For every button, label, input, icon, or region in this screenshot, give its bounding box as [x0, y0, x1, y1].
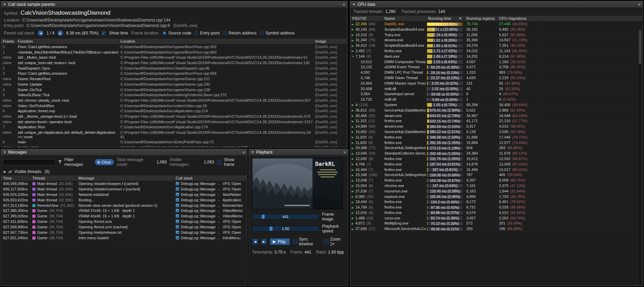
cpu-row[interactable]: ▶23,348(106) ServiceHub.SettingsHost.exe… [350, 172, 643, 178]
message-row[interactable]: 627,831,246ns Game(36,704) Intro menu lo… [1, 235, 247, 241]
message-row[interactable]: 627,399,326ns Game(36,704) VRAM 43x45: 1… [1, 214, 247, 219]
collapse-icon[interactable]: ▼ [3, 150, 6, 154]
cpu-row[interactable]: ▶2,492(7) firefox.exe 1.71 s (7.42%) 24,… [350, 48, 643, 54]
message-callstack[interactable]: DebugLog::MessageVFS::Open [174, 187, 247, 192]
radio-icon[interactable] [194, 31, 199, 35]
cpu-row[interactable]: 4,092 DWM LPC Port Thread 29.16 ms (0.13… [350, 70, 643, 75]
expand-icon[interactable]: ▶ [352, 146, 355, 151]
frame-function[interactable]: std::unique_ptr<Application,std::default… [16, 130, 119, 140]
callstack-row[interactable]: inline std::_Atomic_storage<bool,1>::loa… [1, 114, 347, 119]
cpu-row[interactable]: ▶4,768(7) firefox.exe 187.54 ms (0.81%) … [350, 162, 643, 167]
callstack-row[interactable]: inline std::unique_lock<std::mutex>::loc… [1, 60, 347, 66]
col-pid-tid[interactable]: PID/TID [350, 16, 382, 21]
frame-function[interactable]: Game::RenderFloor [16, 76, 119, 82]
collapse-icon[interactable]: ▼ [352, 3, 355, 6]
expand-icon[interactable]: ▶ [352, 114, 355, 118]
entry-point-path[interactable]: C:\Users\wolf\Desktop\darkrl\src\game\vi… [27, 23, 170, 28]
frame-function[interactable]: Application::Run [16, 125, 119, 130]
callstack-row[interactable]: 1 <lambda_84a19dc444fae966ca174e83e708bd… [1, 50, 347, 55]
frame-function[interactable]: Video::GetTicksHiRes [16, 103, 119, 109]
frame-slider[interactable]: 441 [252, 214, 319, 219]
frame-location[interactable]: C:\Users\wolf\Desktop\darkrl\src\game\fl… [119, 50, 313, 55]
cpu-row[interactable]: 3,748 DWM Token Thread 23.37 ms (0.10%) … [350, 75, 643, 81]
frame-function[interactable]: invoke_main [16, 145, 119, 147]
expand-icon[interactable]: ▶ [4, 170, 6, 173]
message-callstack[interactable]: DebugLog::MessageIntroMenu:: [174, 235, 247, 241]
expand-icon[interactable]: ▶ [352, 200, 355, 205]
frame-function[interactable]: Game::Update [16, 82, 119, 87]
clear-button[interactable]: ⊗ Clear [95, 159, 114, 165]
step-forward-button[interactable]: ▶ [261, 239, 267, 245]
frame-location[interactable]: C:\Program Files (x86)\Microsoft Visual … [119, 60, 313, 66]
cpu-row[interactable]: ▶22,396(49) DarkRL.exe 2.79 s (12.06%) 7… [350, 21, 643, 27]
cpu-row[interactable]: ▶13,044(10) StandardCollector.Service.ex… [350, 151, 643, 156]
cpu-row[interactable]: 20,508 ntdll.dll 1.01 ms (0.00%) 40 25(6… [350, 86, 643, 92]
callstack-row[interactable]: 8 main C:\Users\wolf\Desktop\darkrl\src\… [1, 140, 347, 145]
message-row[interactable]: 627,313,190ns RemoteView(31,392) Remote … [1, 203, 247, 209]
cpu-row[interactable]: ▶27,696(17) Microsoft.ServiceHub.Control… [350, 226, 643, 232]
callstack-row[interactable]: 2 TaskDispatch::Sync C:\Users\wolf\Deskt… [1, 66, 347, 71]
cpu-row[interactable]: ▶14,784(5) firefox.exe 97.95 ms (0.42%) … [350, 205, 643, 210]
visible-threads-row[interactable]: ▶ ⇄ Visible threads: (5) [1, 169, 247, 175]
callstack-row[interactable]: 4 Game::OnTick C:\Users\wolf\Desktop\dar… [1, 87, 347, 93]
frame-location[interactable]: C:\Program Files (x86)\Microsoft Visual … [119, 55, 313, 60]
callstack-row[interactable]: inline invoke_main d:\agent\_work\63\s\s… [1, 145, 347, 147]
expand-icon[interactable]: ▶ [352, 49, 355, 54]
callstack-row[interactable]: 6 Application::InnerLoop C:\Users\wolf\D… [1, 109, 347, 114]
cpu-row[interactable]: 13,732 ntdll.dll 5.84 us (0.00%) 1 0(0.0… [350, 97, 643, 102]
message-callstack[interactable]: DebugLog::MessageVideoMemo [174, 208, 247, 214]
messages-titlebar[interactable]: ▼ Messages × [1, 149, 247, 156]
frame-location[interactable]: C:\Users\wolf\Desktop\darkrl\src\game\fl… [119, 71, 313, 76]
cpu-row[interactable]: 3,564 GameInput server 69.68 us (0.00%) … [350, 91, 643, 97]
expand-icon[interactable]: ▶ [352, 44, 355, 48]
prev-parent-button[interactable]: ◀ [38, 30, 43, 36]
callstack-row[interactable]: inline std::atomic<bool>::operator bool … [1, 119, 347, 125]
message-row[interactable]: 626,024,328ns Main thread(31,596) Networ… [1, 192, 247, 198]
show-frame-checkbox[interactable] [217, 160, 221, 164]
expand-icon[interactable]: ▶ [352, 152, 355, 156]
cpu-row[interactable]: ▶13,048(7) firefox.exe 154.28 ms (0.67%)… [350, 178, 643, 183]
message-row[interactable]: 627,380,356ns Game(36,704) VRAM 37x45: 1… [1, 208, 247, 214]
frame-function[interactable]: Game::OnTick [16, 87, 119, 93]
frame-location[interactable]: C:\Users\wolf\Desktop\darkrl\src\Applica… [119, 109, 313, 114]
cpu-row[interactable]: ▶14,984(50) devenv.exe 584.69 ms (2.53%)… [350, 124, 643, 129]
callstack-row[interactable]: inline Game::Update C:\Users\wolf\Deskto… [1, 82, 347, 87]
expand-icon[interactable]: ▶ [352, 103, 355, 107]
callstack-row[interactable]: inline std::chrono::steady_clock::now C:… [1, 98, 347, 103]
next-parent-button[interactable]: ▶ [58, 30, 63, 36]
frame-function[interactable]: std::_Atomic_storage<bool,1>::load [16, 114, 119, 119]
cpu-row[interactable]: ▶10,316(9) Tracy.exe 2.18 s (9.45%) 11,0… [350, 32, 643, 38]
expand-icon[interactable]: ▶ [352, 216, 355, 221]
expand-icon[interactable]: ▶ [352, 184, 355, 188]
radio-icon[interactable] [162, 31, 166, 35]
cpu-row[interactable]: ▶4,872(9) MsMpEng.exe 70.22 ms (0.30%) 5… [350, 221, 643, 226]
frame-location[interactable]: C:\Users\wolf\Desktop\darkrl\src\EntryPo… [119, 140, 313, 145]
frame-function[interactable]: VideoGLBase::Tick [16, 92, 119, 98]
callstack-row[interactable]: 5 VideoGLBase::Tick C:\Users\wolf\Deskto… [1, 92, 347, 98]
radio-icon[interactable] [260, 31, 264, 35]
expand-icon[interactable]: ▶ [352, 141, 355, 145]
collapse-icon[interactable]: ▼ [251, 150, 254, 154]
cpu-scrollbar-thumb[interactable] [639, 30, 641, 64]
filter-input[interactable] [3, 159, 56, 165]
frame-location[interactable]: C:\Users\wolf\Desktop\darkrl\src\video\V… [119, 103, 313, 109]
callstack-row[interactable]: 0 Floor::CalcLightNoLuminance C:\Users\w… [1, 44, 347, 50]
cpu-row[interactable]: ▶15,004(8) chrome.exe 147 ms (0.64%) 7,1… [350, 183, 643, 189]
frame-location[interactable]: C:\Program Files (x86)\Microsoft Visual … [119, 98, 313, 103]
cpu-row[interactable]: ▶4(126) System 1.55 s (6.70%) 69,294 34,… [350, 102, 643, 108]
expand-icon[interactable]: ▶ [352, 119, 355, 124]
callstack-row[interactable]: inline std::unique_ptr<Application,std::… [1, 130, 347, 140]
frame-location[interactable]: C:\Users\wolf\Desktop\darkrl\src\Applica… [119, 125, 313, 130]
expand-icon[interactable]: ▶ [352, 162, 355, 167]
callstack-row[interactable]: inline Game::RenderFloor C:\Users\wolf\D… [1, 76, 347, 82]
frame-function[interactable]: Floor::CalcLightNoLuminance [16, 44, 119, 50]
frame-location[interactable]: C:\Program Files (x86)\Microsoft Visual … [119, 119, 313, 125]
frame-location[interactable]: C:\Users\wolf\Desktop\darkrl\src\video\g… [119, 92, 313, 98]
cpu-row[interactable]: ▶12,016(4) firefox.exe 84.89 ms (0.37%) … [350, 210, 643, 216]
cpu-row[interactable]: ▶16,464(7) firefox.exe 187 ms (0.81%) 15… [350, 167, 643, 173]
message-row[interactable]: 627,558,996ns Game(36,704) Opening /fore… [1, 225, 247, 230]
cpu-row[interactable]: ▶8,080(20) explorer.exe 105.66 ms (0.46%… [350, 194, 643, 200]
cpu-row[interactable]: ▶27,536(7) msvsmon.exe 133.45 ms (0.58%)… [350, 189, 643, 194]
expand-icon[interactable]: ▶ [352, 22, 355, 27]
cpu-row[interactable]: ▶18,444(6) firefox.exe 104.2 ms (0.45%) … [350, 199, 643, 205]
